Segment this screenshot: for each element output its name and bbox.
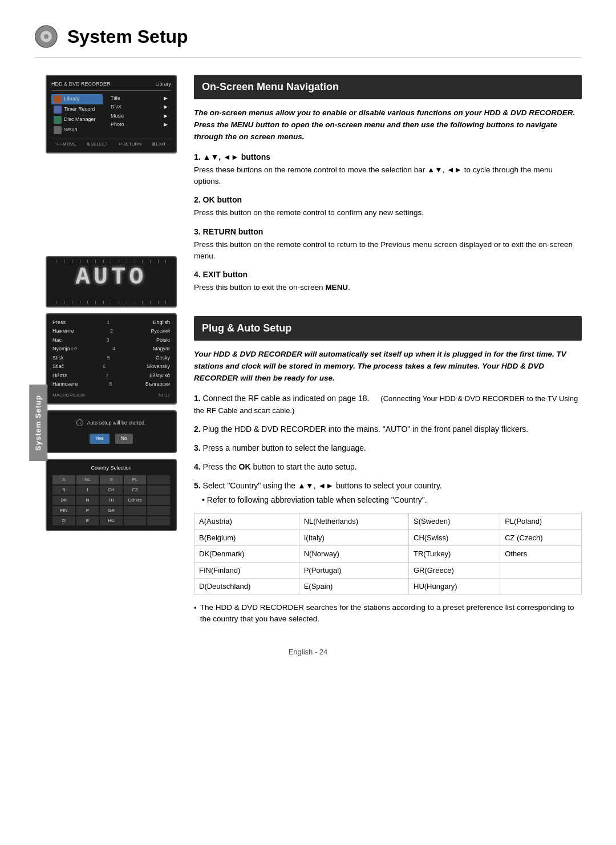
plug-step-2: 2. Plug the HDD & DVD RECORDER into the … xyxy=(194,423,582,435)
plug-step-5-bullet: • Refer to following abbreviation table … xyxy=(194,494,582,506)
plug-step-3: 3. Press a number button to select the l… xyxy=(194,442,582,454)
confirm-yes-btn[interactable]: Yes xyxy=(90,434,110,444)
country-hungary: HU(Hungary) xyxy=(409,579,500,595)
country-header-s: S xyxy=(100,475,123,484)
plug-header: Plug & Auto Setup xyxy=(194,316,582,341)
confirm-no-btn[interactable]: No xyxy=(115,434,133,444)
country-cell-others: Others xyxy=(124,496,147,505)
svg-point-2 xyxy=(44,34,48,39)
plug-note-text: The HDD & DVD RECORDER searches for the … xyxy=(200,602,582,625)
plug-step-2-text: Plug the HDD & DVD RECORDER into the mai… xyxy=(203,424,529,434)
plug-step-4-text: Press the OK button to start the auto se… xyxy=(203,462,357,471)
country-cell-ch: CH xyxy=(100,486,123,495)
country-cell-empty1 xyxy=(147,475,170,484)
menu-item-disc: Disc Manager xyxy=(51,115,103,125)
side-tab: System Setup xyxy=(29,385,47,461)
country-empty1 xyxy=(500,562,582,579)
step-4-num: 4. xyxy=(194,270,201,279)
language-mockup: Press 1 English Нажмите 2 Русский Nac 3 … xyxy=(46,313,177,405)
country-cell-empty2 xyxy=(147,486,170,495)
confirm-buttons: Yes No xyxy=(52,434,170,444)
country-cell-tr: TR xyxy=(100,496,123,505)
sub-item-music: Music▶ xyxy=(107,112,171,121)
plug-step-4: 4. Press the OK button to start the auto… xyxy=(194,461,582,473)
lang-row-4: Nyomja Le 4 Magyar xyxy=(52,345,170,353)
lang-row-7: Πιέστε 7 Ελληνικά xyxy=(52,372,170,380)
country-header-pl: PL xyxy=(124,475,147,484)
plug-intro: Your HDD & DVD RECORDER will automatical… xyxy=(194,349,582,385)
auto-display: AUTO xyxy=(46,256,177,308)
country-norway: N(Norway) xyxy=(299,546,408,563)
main-layout: HDD & DVD RECORDER Library Library Timer… xyxy=(46,75,582,629)
right-column: On-Screen Menu Navigation The on-screen … xyxy=(194,75,582,629)
country-row-3: DK(Denmark) N(Norway) TR(Turkey) Others xyxy=(194,546,582,563)
confirm-mockup: i Auto setup will be started. Yes No xyxy=(46,410,177,453)
country-abbreviation-table: A(Austria) NL(Netherlands) S(Sweden) PL(… xyxy=(194,513,582,595)
menu-item-library: Library xyxy=(51,94,103,104)
country-spain: E(Spain) xyxy=(299,579,408,595)
lang-row-5: Stisk 5 Česky xyxy=(52,354,170,362)
country-czech: CZ (Czech) xyxy=(500,529,582,546)
country-cell-n: N xyxy=(76,496,99,505)
country-header-a: A xyxy=(52,475,75,484)
step-1-desc: Press these buttons on the remote contro… xyxy=(194,164,582,188)
menu-items: Library Timer Record Disc Manager Setup xyxy=(51,94,103,135)
country-header-nl: NL xyxy=(76,475,99,484)
country-cell-gr: GR xyxy=(100,506,123,515)
country-cell-dk: DK xyxy=(52,496,75,505)
menu-footer: ⟵MOVE ⊕SELECT ↩RETURN ⊠EXIT xyxy=(51,139,171,148)
country-row-1: A(Austria) NL(Netherlands) S(Sweden) PL(… xyxy=(194,514,582,530)
country-cell-cz: CZ xyxy=(124,486,147,495)
menu-sub-items: Title▶ DivX▶ Music▶ Photo▶ xyxy=(107,94,171,135)
country-cell-empty7 xyxy=(147,516,170,525)
lang-row-6: Stlač 6 Slovensky xyxy=(52,363,170,371)
menu-item-setup: Setup xyxy=(51,125,103,135)
page-footer: English - 24 xyxy=(34,646,582,658)
menu-header-right: Library xyxy=(155,80,171,88)
country-empty2 xyxy=(500,579,582,595)
country-title: Country Selection xyxy=(52,464,170,472)
country-swiss: CH(Swiss) xyxy=(409,529,500,546)
step-exit: 4. EXIT button Press this button to exit… xyxy=(194,269,582,293)
country-cell-i: I xyxy=(76,486,99,495)
sub-item-divx: DivX▶ xyxy=(107,103,171,112)
sub-item-title: Title▶ xyxy=(107,94,171,103)
page-title-row: System Setup xyxy=(34,23,582,58)
step-3-num: 3. xyxy=(194,227,201,236)
plug-step-5-text: Select "Country" using the ▲▼, ◄► button… xyxy=(203,481,442,490)
plug-steps: 1. Connect the RF cable as indicated on … xyxy=(194,393,582,506)
macrovision-row: MACROVISION NP12 xyxy=(52,392,170,399)
country-cell-empty3 xyxy=(147,496,170,505)
menu-item-timer: Timer Record xyxy=(51,104,103,115)
step-2-desc: Press this button on the remote control … xyxy=(194,207,582,219)
plug-step-3-text: Press a number button to select the lang… xyxy=(203,443,366,452)
plug-step-1-text: Connect the RF cable as indicated on pag… xyxy=(194,394,578,415)
step-1-label: ▲▼, ◄► buttons xyxy=(203,152,270,161)
step-ok: 2. OK button Press this button on the re… xyxy=(194,194,582,219)
country-turkey: TR(Turkey) xyxy=(409,546,500,563)
step-2-label: OK button xyxy=(203,195,242,204)
step-2-num: 2. xyxy=(194,195,201,204)
left-column: HDD & DVD RECORDER Library Library Timer… xyxy=(46,75,177,629)
country-germany: D(Deutschland) xyxy=(194,579,299,595)
country-poland: PL(Poland) xyxy=(500,514,582,530)
lang-row-8: Написнете 8 Български xyxy=(52,381,170,389)
country-cell-b: B xyxy=(52,486,75,495)
country-row-2: B(Belgium) I(Italy) CH(Swiss) CZ (Czech) xyxy=(194,529,582,546)
step-arrows: 1. ▲▼, ◄► buttons Press these buttons on… xyxy=(194,151,582,188)
plug-step-5: 5. Select "Country" using the ▲▼, ◄► but… xyxy=(194,480,582,506)
auto-text: AUTO xyxy=(52,265,170,289)
bullet-dot: • xyxy=(194,603,197,625)
lang-row-1: Press 1 English xyxy=(52,319,170,327)
country-greece: GR(Greece) xyxy=(409,562,500,579)
menu-header-left: HDD & DVD RECORDER xyxy=(51,80,111,88)
onscreen-header: On-Screen Menu Navigation xyxy=(194,75,582,99)
country-grid: A NL S PL B I CH CZ DK N TR Others FIN P… xyxy=(52,475,170,525)
country-belgium: B(Belgium) xyxy=(194,529,299,546)
side-tab-label: System Setup xyxy=(34,395,42,451)
footer-text: English - 24 xyxy=(289,648,328,656)
country-austria: A(Austria) xyxy=(194,514,299,530)
country-cell-p: P xyxy=(76,506,99,515)
country-row-4: FIN(Finland) P(Portugal) GR(Greece) xyxy=(194,562,582,579)
country-cell-fin: FIN xyxy=(52,506,75,515)
